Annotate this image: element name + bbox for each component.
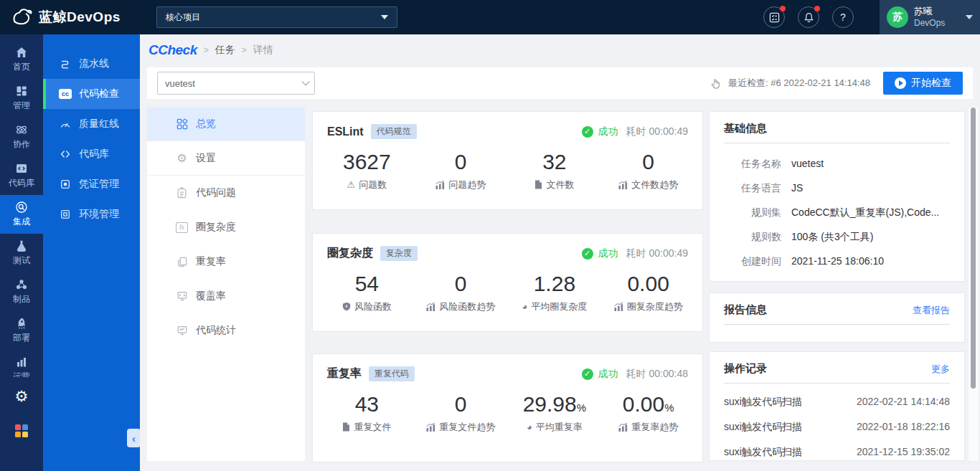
sidebar-item-test[interactable]: 测试	[0, 234, 43, 272]
shield-icon	[342, 302, 351, 311]
tab-coverage[interactable]: 覆盖率	[147, 279, 305, 313]
tab-cyclomatic-complexity[interactable]: fx 圈复杂度	[147, 210, 305, 244]
user-menu[interactable]: 苏 苏曦 DevOps	[880, 0, 980, 34]
sidebar-item-collaborate[interactable]: 协作	[0, 118, 43, 156]
card-status: ✓ 成功 耗时 00:00:48	[582, 368, 688, 381]
stats-monitor-icon	[176, 325, 188, 336]
chevron-down-icon	[381, 15, 388, 19]
duration-text: 耗时 00:00:49	[626, 247, 688, 260]
coverage-monitor-icon	[176, 290, 188, 302]
panel-header: 基础信息	[724, 122, 950, 143]
help-icon: ?	[840, 11, 846, 23]
overview-menu-panel: 总览 ⚙ 设置 代码问题 fx 圈复杂度 重复率	[147, 108, 305, 461]
sidebar-item-label: 协作	[13, 138, 30, 151]
stat-dup-file-trend: 0 重复文件趋势	[414, 392, 508, 434]
sidebar-item-integrate[interactable]: 集成	[0, 195, 43, 234]
notifications-button[interactable]	[798, 6, 819, 28]
breadcrumb-detail: 详情	[253, 44, 273, 57]
tool-card-complexity: 圈复杂度 复杂度 ✓ 成功 耗时 00:00:49 54 风险函数 0 风险函数…	[312, 233, 703, 332]
sidebar-item-artifact[interactable]: 制品	[0, 272, 43, 311]
sidebar-item-label: 首页	[13, 61, 30, 73]
menu-item-label: 代码库	[79, 148, 109, 161]
tab-duplication-rate[interactable]: 重复率	[147, 244, 305, 279]
primary-sidebar: 首页 管理 协作 代码库	[0, 34, 43, 471]
task-select-value: vuetest	[165, 78, 195, 89]
sidebar-item-ops[interactable]: 运营	[0, 350, 43, 377]
success-check-icon: ✓	[582, 126, 593, 138]
duration-text: 耗时 00:00:49	[626, 125, 688, 138]
start-check-button[interactable]: 开始检查	[883, 72, 963, 95]
success-check-icon: ✓	[582, 368, 593, 380]
sidebar-item-home[interactable]: 首页	[0, 40, 43, 79]
view-report-link[interactable]: 查看报告	[913, 304, 950, 317]
menu-item-label: 代码检查	[79, 87, 119, 100]
stat-value: 0	[414, 392, 508, 417]
card-header: 重复率 重复代码 ✓ 成功 耗时 00:00:48	[313, 354, 702, 381]
stat-label: 重复文件	[354, 421, 391, 434]
stat-complexity-trend: 0.00 圈复杂度趋势	[601, 272, 695, 313]
panel-title: 基础信息	[724, 122, 767, 135]
sidebar-collapse-button[interactable]: ‹	[127, 429, 141, 447]
scrollbar-thumb[interactable]	[971, 108, 976, 389]
apps-grid-icon	[22, 424, 28, 430]
card-title: ESLint	[327, 125, 364, 138]
menu-item-codecheck[interactable]: cc 代码检查	[43, 79, 140, 109]
trend-icon	[614, 303, 623, 311]
topbar-icon-buttons: ?	[763, 6, 854, 28]
stat-issue-trend: 0 问题趋势	[414, 150, 508, 191]
menu-item-repo[interactable]: 代码库	[43, 139, 140, 169]
menu-item-environment[interactable]: 环境管理	[43, 199, 140, 229]
chevron-down-icon	[301, 77, 309, 85]
task-select[interactable]: vuetest	[157, 72, 315, 95]
sidebar-item-repo[interactable]: 代码库	[0, 156, 43, 195]
tab-label: 圈复杂度	[196, 221, 236, 234]
stat-value: 32	[508, 150, 602, 175]
menu-item-quality-gate[interactable]: 质量红线	[43, 109, 140, 139]
menu-item-credentials[interactable]: 凭证管理	[43, 169, 140, 199]
sidebar-item-deploy[interactable]: 部署	[0, 311, 43, 350]
tab-settings[interactable]: ⚙ 设置	[147, 141, 305, 176]
stat-value: 0.00%	[601, 392, 695, 417]
tab-code-issues[interactable]: 代码问题	[147, 176, 305, 210]
notification-dot	[814, 6, 820, 11]
gear-icon: ⚙	[176, 153, 188, 164]
sidebar-item-manage[interactable]: 管理	[0, 79, 43, 118]
card-tag: 代码规范	[371, 124, 417, 139]
operation-log-panel: 操作记录 更多 suxi触发代码扫描 2022-02-21 14:14:48 s…	[709, 351, 965, 461]
more-link[interactable]: 更多	[931, 363, 950, 376]
pie-icon: ◕	[522, 302, 527, 311]
app-root: 蓝鲸DevOps 核心项目	[0, 0, 980, 471]
apps-grid-icon	[15, 432, 21, 437]
credential-icon	[59, 179, 72, 190]
stat-risk-trend: 0 风险函数趋势	[414, 272, 508, 313]
status-text: 成功	[598, 125, 618, 138]
settings-button[interactable]: ⚙	[0, 389, 43, 404]
stat-avg-dup-rate: 29.98% ◕平均重复率	[508, 392, 602, 434]
percent-suffix: %	[577, 401, 586, 414]
stat-value: 3627	[320, 150, 414, 175]
sidebar-item-label: 制品	[13, 293, 30, 305]
tab-code-statistics[interactable]: 代码统计	[147, 313, 305, 348]
todo-list-button[interactable]	[763, 6, 785, 28]
toolbar-right: 最近检查: #6 2022-02-21 14:14:48 开始检查	[710, 72, 963, 95]
stat-value: 0	[414, 272, 508, 297]
copy-pages-icon	[176, 256, 188, 267]
duration-text: 耗时 00:00:48	[626, 368, 688, 381]
bar-chart-icon	[15, 356, 28, 368]
menu-item-pipeline[interactable]: 流水线	[43, 49, 140, 79]
bell-icon	[804, 12, 814, 23]
breadcrumb-tasks[interactable]: 任务	[215, 44, 235, 57]
stat-avg-complexity: 1.28 ◕平均圈复杂度	[508, 272, 602, 313]
breadcrumb-separator: >	[204, 45, 209, 55]
status-text: 成功	[598, 247, 618, 260]
apps-grid-button[interactable]	[15, 424, 28, 437]
stat-issues: 3627 ⚠问题数	[320, 150, 414, 191]
help-button[interactable]: ?	[832, 6, 854, 28]
stat-dup-files: 43 重复文件	[320, 392, 414, 434]
stat-value: 1.28	[508, 272, 602, 297]
fx-icon: fx	[176, 222, 188, 233]
project-select[interactable]: 核心项目	[156, 6, 397, 28]
stat-label: 平均重复率	[536, 421, 583, 434]
file-icon	[342, 422, 350, 432]
tab-overview[interactable]: 总览	[147, 108, 305, 141]
